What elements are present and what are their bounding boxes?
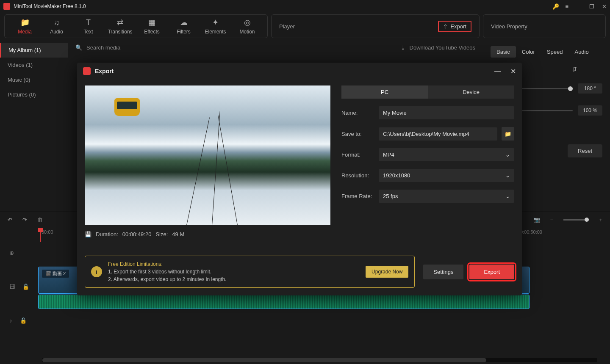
app-logo-icon [83,67,91,75]
video-property-header: Video Property [483,14,606,38]
timeline-scrollbar[interactable] [42,358,597,362]
tool-transitions[interactable]: ⇄Transitions [104,17,136,35]
export-target-tabs: PC Device [341,85,514,99]
free-edition-promo: i Free Edition Limitations: 1. Export th… [85,256,415,288]
key-icon[interactable]: 🔑 [552,3,559,10]
vprop-tab-speed[interactable]: Speed [541,46,569,58]
tool-label: Effects [144,29,159,35]
window-maximize-icon[interactable]: ❐ [589,3,594,10]
chevron-down-icon: ⌄ [505,152,510,158]
tool-elements[interactable]: ✦Elements [200,17,231,35]
track-video-icon: 🎞 [9,284,15,290]
name-label: Name: [341,110,374,116]
track-lock-icon[interactable]: 🔓 [20,317,27,324]
tool-label: Text [83,29,93,35]
flip-v-icon[interactable]: ⇵ [572,66,577,72]
saveto-label: Save to: [341,131,374,137]
framerate-select[interactable]: 25 fps⌄ [379,190,514,203]
zoom-slider[interactable] [563,219,589,221]
folder-icon: 📁 [505,131,511,137]
sidebar-item-pictures[interactable]: Pictures (0) [0,87,68,102]
window-close-icon[interactable]: ✕ [602,3,607,10]
tool-label: Media [18,29,32,35]
browse-button[interactable]: 📁 [502,127,514,141]
download-icon: ⤓ [401,44,405,51]
zoom-in-icon[interactable]: + [599,217,602,223]
tool-label: Audio [50,29,63,35]
tab-pc[interactable]: PC [341,85,428,99]
search-icon: 🔍 [75,44,82,51]
text-icon: T [86,18,91,27]
format-label: Format: [341,152,374,158]
export-dialog-title: Export [95,68,494,74]
tool-label: Filters [177,29,191,35]
framerate-label: Frame Rate: [341,193,374,199]
vprop-tab-color[interactable]: Color [516,46,541,58]
saveto-input[interactable]: C:\Users\bj\Desktop\My Movie.mp4 [379,127,497,141]
tab-device[interactable]: Device [428,85,514,99]
tool-filters[interactable]: ☁Filters [168,17,200,35]
size-label: Size: [155,231,168,237]
motion-icon: ◎ [244,18,251,27]
rotate-value: 180 ° [578,83,602,94]
chevron-down-icon: ⌄ [505,172,510,179]
top-row: 📁Media ♫Audio TText ⇄Transitions ▦Effect… [0,13,610,40]
folder-icon: 📁 [20,18,30,27]
vprop-tab-basic[interactable]: Basic [491,46,516,58]
effects-icon: ▦ [148,18,155,27]
tool-media[interactable]: 📁Media [9,17,41,35]
zoom-out-icon[interactable]: − [550,217,554,223]
vprop-tab-audio[interactable]: Audio [568,46,594,58]
scale-value: 100 % [578,105,602,116]
delete-icon[interactable]: 🗑 [37,217,43,223]
redo-icon[interactable]: ↷ [22,217,27,223]
tool-audio[interactable]: ♫Audio [41,17,72,35]
export-dialog: Export — ✕ 💾 Duration: 00:00:49:20 Size:… [77,63,522,295]
track-audio-icon: ♪ [9,317,12,324]
promo-head: Free Edition Limitations: [108,260,360,268]
reset-button[interactable]: Reset [568,144,602,157]
tool-effects[interactable]: ▦Effects [136,17,168,35]
upgrade-button[interactable]: Upgrade Now [366,266,408,278]
tool-text[interactable]: TText [72,17,104,35]
app-title: MiniTool MovieMaker Free 8.1.0 [14,3,552,9]
track-lock-icon[interactable]: 🔓 [22,284,29,290]
ruler-start: 00:00 [42,229,53,234]
sidebar-item-music[interactable]: Music (0) [0,72,68,87]
save-small-icon: 💾 [85,231,92,237]
format-select[interactable]: MP4⌄ [379,148,514,161]
window-minimize-icon[interactable]: — [576,3,582,10]
menu-icon[interactable]: ≡ [565,3,568,10]
camera-icon[interactable]: 📷 [533,217,540,223]
dialog-minimize-icon[interactable]: — [494,67,501,75]
export-top-label: Export [450,23,466,30]
app-logo-icon [3,3,10,10]
track-add-icon[interactable]: ⊕ [9,250,14,256]
info-icon: i [91,266,102,277]
elements-icon: ✦ [212,18,219,27]
sidebar-item-videos[interactable]: Videos (1) [0,58,68,72]
video-property-title: Video Property [491,23,527,30]
promo-line1: 1. Export the first 3 videos without len… [108,268,360,276]
transition-icon: ⇄ [117,18,123,27]
undo-icon[interactable]: ↶ [8,217,12,223]
search-input[interactable]: Search media [86,44,396,51]
playhead[interactable] [40,228,41,242]
sidebar-item-myalbum[interactable]: My Album (1) [0,43,68,58]
export-button[interactable]: Export [469,265,514,279]
audio-waveform[interactable] [38,295,530,309]
settings-button[interactable]: Settings [423,265,463,279]
dialog-close-icon[interactable]: ✕ [510,67,516,75]
size-value: 49 M [172,231,184,237]
export-top-button[interactable]: ⇧ Export [438,21,471,32]
chevron-down-icon: ⌄ [505,193,510,199]
tool-label: Transitions [108,29,132,35]
export-icon: ⇧ [443,23,448,30]
tool-motion[interactable]: ◎Motion [231,17,263,35]
resolution-select[interactable]: 1920x1080⌄ [379,169,514,182]
resolution-label: Resolution: [341,172,374,179]
name-input[interactable]: My Movie [379,106,514,119]
titlebar: MiniTool MovieMaker Free 8.1.0 🔑 ≡ — ❐ ✕ [0,0,610,13]
sidebar: My Album (1) Videos (1) Music (0) Pictur… [0,40,68,212]
download-youtube-link[interactable]: Download YouTube Videos [410,44,475,51]
